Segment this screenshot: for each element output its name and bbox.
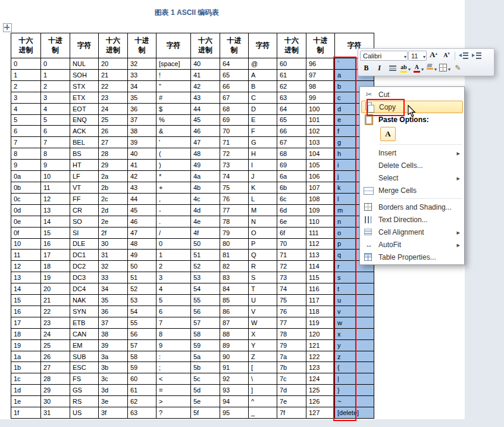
table-cell[interactable]: 20 — [99, 58, 128, 70]
table-cell[interactable]: 19 — [41, 272, 70, 283]
table-cell[interactable]: 40 — [128, 148, 156, 160]
table-cell[interactable]: 65 — [220, 69, 249, 80]
table-cell[interactable]: _ — [249, 407, 277, 419]
table-cell[interactable]: R — [249, 261, 277, 272]
table-cell[interactable]: 18 — [11, 328, 41, 339]
table-cell[interactable]: DC3 — [70, 272, 99, 283]
table-cell[interactable]: 2d — [99, 204, 128, 216]
table-cell[interactable]: 3c — [99, 373, 128, 385]
header-cell[interactable]: 十进 制 — [220, 33, 249, 58]
table-cell-selected[interactable]: y — [335, 339, 374, 351]
table-cell[interactable]: DC4 — [70, 283, 99, 295]
bold-button[interactable]: B — [360, 63, 372, 74]
table-cell[interactable]: 99 — [306, 92, 335, 103]
table-cell[interactable]: 37 — [128, 114, 156, 126]
table-cell[interactable]: 16 — [11, 306, 41, 317]
table-cell[interactable]: SYN — [70, 306, 99, 317]
table-cell[interactable]: 2 — [156, 261, 191, 272]
table-cell[interactable]: 10 — [41, 171, 70, 182]
table-cell[interactable]: 35 — [128, 92, 156, 103]
table-cell[interactable]: 6b — [277, 182, 306, 193]
table-cell[interactable]: 31 — [41, 407, 70, 419]
font-size-select[interactable]: 11 — [408, 51, 427, 61]
table-cell[interactable]: 28 — [99, 148, 128, 160]
table-cell[interactable]: 90 — [220, 351, 249, 362]
table-cell[interactable]: 26 — [41, 351, 70, 362]
menu-item-delete-cells[interactable]: Delete Cells... — [360, 159, 464, 172]
table-cell[interactable]: NAK — [70, 295, 99, 306]
table-cell[interactable]: P — [249, 238, 277, 250]
table-cell[interactable]: 54 — [128, 306, 156, 317]
table-cell[interactable]: NUL — [70, 58, 99, 70]
table-cell[interactable]: 58 — [191, 328, 220, 339]
table-cell[interactable]: @ — [249, 58, 277, 70]
table-cell[interactable]: ESC — [70, 362, 99, 373]
table-cell[interactable]: 27 — [41, 362, 70, 373]
table-cell[interactable]: 123 — [306, 362, 335, 373]
table-cell[interactable]: 100 — [306, 103, 335, 114]
table-cell[interactable]: 62 — [128, 396, 156, 407]
table-cell[interactable]: / — [156, 227, 191, 238]
table-cell[interactable]: 56 — [191, 306, 220, 317]
table-cell[interactable]: 74 — [220, 171, 249, 182]
table-cell[interactable]: 66 — [220, 80, 249, 92]
table-cell[interactable]: 5d — [191, 385, 220, 396]
table-cell[interactable]: 5c — [191, 373, 220, 385]
table-cell[interactable]: ETB — [70, 317, 99, 328]
header-cell[interactable]: 十六 进制 — [11, 33, 41, 58]
table-cell[interactable]: H — [249, 148, 277, 160]
table-cell[interactable]: 73 — [277, 272, 306, 283]
table-cell[interactable]: 72 — [220, 148, 249, 160]
table-cell[interactable]: 75 — [277, 295, 306, 306]
table-cell[interactable]: ! — [156, 69, 191, 80]
table-cell-selected[interactable]: w — [335, 317, 374, 328]
table-cell[interactable]: 119 — [306, 317, 335, 328]
table-cell[interactable]: 82 — [220, 261, 249, 272]
table-cell-selected[interactable]: t — [335, 283, 374, 295]
table-cell-selected[interactable]: ~ — [335, 396, 374, 407]
table-cell[interactable]: 71 — [220, 137, 249, 148]
table-cell[interactable]: 11 — [11, 250, 41, 261]
table-cell[interactable]: 121 — [306, 339, 335, 351]
table-cell[interactable]: 114 — [306, 261, 335, 272]
table-cell-selected[interactable]: } — [335, 385, 374, 396]
table-cell[interactable]: 73 — [220, 160, 249, 171]
table-cell[interactable]: 4f — [191, 227, 220, 238]
table-cell[interactable]: 32 — [99, 261, 128, 272]
table-cell[interactable]: 41 — [191, 69, 220, 80]
table-cell[interactable]: 48 — [191, 148, 220, 160]
table-cell[interactable]: HT — [70, 160, 99, 171]
table-cell[interactable]: 93 — [220, 385, 249, 396]
table-cell[interactable]: 3b — [99, 362, 128, 373]
table-cell[interactable]: 4e — [191, 216, 220, 227]
table-cell[interactable]: 1e — [11, 396, 41, 407]
table-cell[interactable]: 2 — [41, 80, 70, 92]
table-cell[interactable]: 89 — [220, 339, 249, 351]
table-cell[interactable]: 51 — [191, 250, 220, 261]
table-cell[interactable]: 23 — [99, 92, 128, 103]
table-cell[interactable]: VT — [70, 182, 99, 193]
table-cell[interactable]: 68 — [277, 148, 306, 160]
table-cell[interactable]: 108 — [306, 193, 335, 204]
table-cell[interactable]: K — [249, 182, 277, 193]
table-cell[interactable]: 85 — [220, 295, 249, 306]
table-cell[interactable]: O — [249, 227, 277, 238]
table-cell[interactable]: + — [156, 182, 191, 193]
table-cell[interactable]: N — [249, 216, 277, 227]
table-cell[interactable]: 9 — [156, 339, 191, 351]
table-cell[interactable]: 2b — [99, 182, 128, 193]
table-cell[interactable]: 6c — [277, 193, 306, 204]
table-cell[interactable]: 26 — [99, 126, 128, 137]
table-cell[interactable]: 104 — [306, 148, 335, 160]
menu-item-borders-and-shading[interactable]: Borders and Shading... — [360, 201, 464, 213]
table-cell[interactable]: 77 — [277, 317, 306, 328]
header-cell[interactable]: 字符 — [249, 33, 277, 58]
grow-font-button[interactable]: A ▴ — [427, 50, 440, 62]
table-cell[interactable]: 106 — [306, 171, 335, 182]
table-cell[interactable]: 7b — [277, 362, 306, 373]
table-cell[interactable]: 1d — [11, 385, 41, 396]
table-cell[interactable]: 5 — [41, 114, 70, 126]
table-cell[interactable]: 28 — [41, 373, 70, 385]
table-cell[interactable]: 80 — [220, 238, 249, 250]
table-cell[interactable]: 16 — [41, 238, 70, 250]
